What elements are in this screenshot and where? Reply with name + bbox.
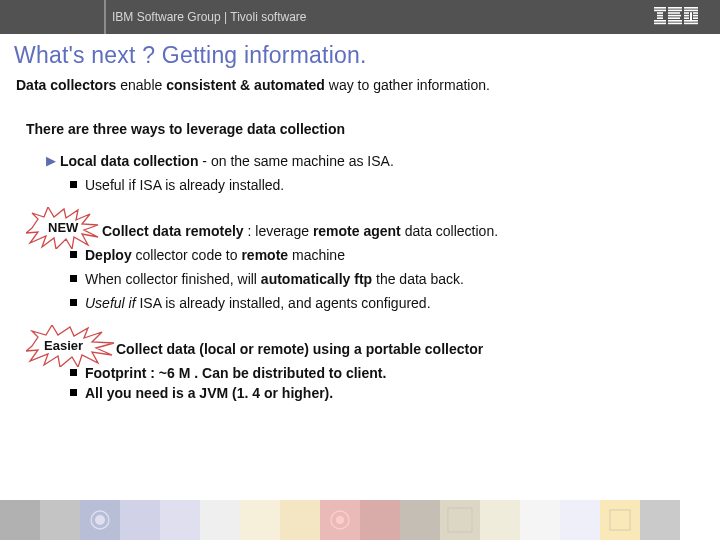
ibm-logo-icon [654,7,698,29]
bullet-text: Useful if ISA is already installed. [85,177,284,193]
svg-rect-0 [654,7,666,9]
svg-rect-15 [684,10,698,12]
svg-rect-5 [654,20,666,22]
section-heading: ▶Local data collection - on the same mac… [46,153,720,169]
subtitle-tail: way to gather information. [325,77,490,93]
square-bullet-icon [70,181,77,188]
svg-rect-14 [684,7,698,9]
svg-rect-6 [654,23,666,25]
section-head-tail: - on the same machine as ISA. [198,153,393,169]
section-heading: Collect data remotely : leverage remote … [46,223,720,239]
svg-rect-21 [693,17,698,19]
easier-callout: Easier [34,335,114,365]
bullet-list: Deploy collector code to remote machine … [46,247,720,311]
svg-rect-20 [684,17,689,19]
bullet-list: Useful if ISA is already installed. [46,177,720,193]
subtitle-lead: Data collectors [16,77,120,93]
square-bullet-icon [70,299,77,306]
section-portable: Easier Collect data (local or remote) us… [0,341,720,401]
svg-rect-10 [668,15,681,17]
section-local: ▶Local data collection - on the same mac… [0,153,720,193]
arrow-icon: ▶ [46,153,56,168]
header-divider [104,0,106,34]
intro-heading: There are three ways to leverage data co… [0,93,720,137]
svg-rect-16 [684,12,689,14]
slide-header: IBM Software Group | Tivoli software [0,0,720,34]
list-item: Useful if ISA is already installed. [70,177,720,193]
svg-rect-9 [668,12,680,14]
square-bullet-icon [70,369,77,376]
square-bullet-icon [70,389,77,396]
svg-rect-24 [690,12,692,21]
svg-rect-1 [654,10,666,12]
new-callout: NEW [34,217,102,247]
svg-rect-23 [684,23,698,25]
svg-rect-4 [657,17,663,19]
svg-rect-13 [668,23,682,25]
svg-rect-3 [657,15,663,17]
square-bullet-icon [70,275,77,282]
section-remote: NEW Collect data remotely : leverage rem… [0,223,720,311]
easier-badge-label: Easier [44,338,83,353]
page-title: What's next ? Getting information. [0,42,720,69]
svg-rect-7 [668,7,682,9]
svg-rect-8 [668,10,682,12]
svg-rect-12 [668,20,682,22]
list-item: When collector finished, will automatica… [70,271,720,287]
section-heading: Collect data (local or remote) using a p… [46,341,720,357]
new-badge-label: NEW [48,220,78,235]
list-item: Deploy collector code to remote machine [70,247,720,263]
slide-body: What's next ? Getting information. Data … [0,34,720,401]
subtitle-mid: enable [120,77,166,93]
list-item: Useful if ISA is already installed, and … [70,295,720,311]
square-bullet-icon [70,251,77,258]
bullet-list: Footprint : ~6 M . Can be distributed to… [46,365,720,401]
footer-banner [0,500,720,540]
svg-rect-11 [668,17,680,19]
svg-rect-18 [684,15,689,17]
svg-rect-19 [693,15,698,17]
header-product-line: IBM Software Group | Tivoli software [112,10,307,24]
page-subtitle: Data collectors enable consistent & auto… [0,69,720,93]
svg-rect-17 [693,12,698,14]
list-item: All you need is a JVM (1. 4 or higher). [70,385,720,401]
subtitle-bold: consistent & automated [166,77,325,93]
list-item: Footprint : ~6 M . Can be distributed to… [70,365,720,381]
section-head-bold: Local data collection [60,153,198,169]
svg-rect-2 [657,12,663,14]
svg-rect-51 [0,500,720,540]
